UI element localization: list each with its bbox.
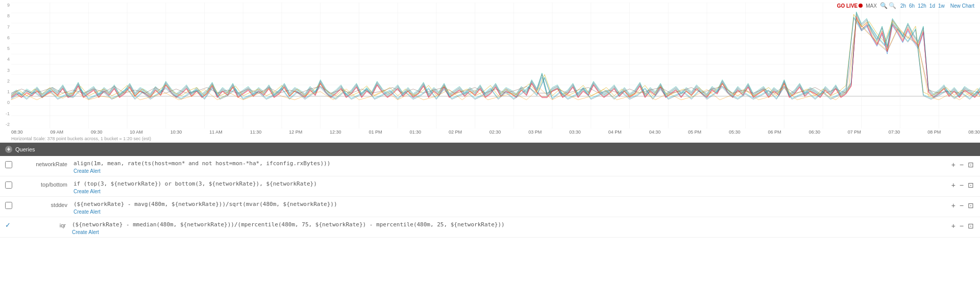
query-checkbox-2[interactable] (5, 181, 12, 189)
clone-query-btn-1[interactable]: ⊡ (967, 161, 975, 168)
create-alert-link-2[interactable]: Create Alert (74, 189, 945, 194)
query-name-4: iqr (11, 222, 72, 228)
query-checkmark-4[interactable]: ✓ (5, 221, 11, 229)
create-alert-link-3[interactable]: Create Alert (74, 209, 945, 215)
add-query-button[interactable]: + (5, 146, 12, 153)
queries-header[interactable]: + Queries (0, 143, 980, 156)
go-live-button[interactable]: GO LIVE (837, 3, 863, 9)
time-btn-1w[interactable]: 1w (937, 3, 946, 9)
zoom-controls: 🔍 🔍 (880, 2, 896, 9)
go-live-label: GO LIVE (837, 3, 858, 9)
time-range-buttons: 2h 6h 12h 1d 1w (899, 3, 946, 9)
clone-query-btn-3[interactable]: ⊡ (967, 202, 975, 209)
query-expression-2[interactable]: if (top(3, ${networkRate}) or bottom(3, … (74, 180, 945, 187)
zoom-in-icon[interactable]: 🔍 (880, 2, 888, 9)
query-name-1: networkRate (12, 161, 74, 167)
query-checkbox-3[interactable] (5, 202, 12, 209)
max-label: MAX (866, 3, 877, 9)
clone-query-btn-2[interactable]: ⊡ (967, 181, 975, 189)
query-body-1: align(1m, mean, rate(ts(host=mon* and no… (74, 160, 945, 174)
query-body-3: (${networkRate} - mavg(480m, ${networkRa… (74, 201, 945, 215)
query-row-iqr: ✓ iqr (${networkRate} - mmedian(480m, ${… (0, 217, 980, 238)
query-body-2: if (top(3, ${networkRate}) or bottom(3, … (74, 180, 945, 194)
query-row-topbottom: top/bottom if (top(3, ${networkRate}) or… (0, 176, 980, 197)
query-actions-1: + − ⊡ (950, 161, 975, 168)
x-axis: 08:30 09 AM 09:30 10 AM 10:30 11 AM 11:3… (11, 129, 980, 135)
query-expression-4[interactable]: (${networkRate} - mmedian(480m, ${networ… (72, 221, 945, 228)
query-expression-1[interactable]: align(1m, mean, rate(ts(host=mon* and no… (74, 160, 945, 167)
time-btn-1d[interactable]: 1d (928, 3, 936, 9)
query-row-stddev: stddev (${networkRate} - mavg(480m, ${ne… (0, 197, 980, 217)
query-expression-3[interactable]: (${networkRate} - mavg(480m, ${networkRa… (74, 201, 945, 207)
zoom-out-icon[interactable]: 🔍 (889, 2, 896, 9)
remove-query-btn-1[interactable]: − (959, 161, 965, 168)
create-alert-link-4[interactable]: Create Alert (72, 229, 945, 235)
create-alert-link-1[interactable]: Create Alert (74, 168, 945, 174)
clone-query-btn-4[interactable]: ⊡ (967, 222, 975, 229)
add-query-btn-1[interactable]: + (950, 161, 957, 168)
chart-svg (11, 3, 980, 128)
query-actions-4: + − ⊡ (950, 222, 975, 229)
query-body-4: (${networkRate} - mmedian(480m, ${networ… (72, 221, 945, 235)
horizontal-scale-label: Horizontal Scale: 378 point buckets acro… (11, 136, 151, 141)
new-chart-button[interactable]: New Chart (949, 3, 976, 9)
query-checkbox-1[interactable] (5, 161, 12, 168)
query-name-3: stddev (12, 202, 74, 208)
go-live-dot (859, 4, 863, 8)
time-btn-12h[interactable]: 12h (917, 3, 927, 9)
query-actions-3: + − ⊡ (950, 202, 975, 209)
chart-area: GO LIVE MAX 🔍 🔍 2h 6h 12h 1d 1w New Char… (0, 0, 980, 143)
remove-query-btn-3[interactable]: − (959, 202, 965, 209)
queries-header-label: Queries (15, 146, 35, 152)
remove-query-btn-2[interactable]: − (959, 181, 965, 189)
queries-list: networkRate align(1m, mean, rate(ts(host… (0, 156, 980, 238)
query-row-networkrate: networkRate align(1m, mean, rate(ts(host… (0, 156, 980, 176)
chart-controls: GO LIVE MAX 🔍 🔍 2h 6h 12h 1d 1w New Char… (837, 2, 976, 9)
query-actions-2: + − ⊡ (950, 181, 975, 189)
add-query-btn-3[interactable]: + (950, 202, 957, 209)
time-btn-6h[interactable]: 6h (908, 3, 916, 9)
add-query-btn-4[interactable]: + (950, 222, 957, 229)
remove-query-btn-4[interactable]: − (959, 222, 965, 229)
y-axis: 9 8 7 6 5 4 3 2 1 0 -1 -2 (0, 3, 11, 127)
query-name-2: top/bottom (12, 181, 74, 188)
add-query-btn-2[interactable]: + (950, 181, 957, 189)
time-btn-2h[interactable]: 2h (899, 3, 907, 9)
